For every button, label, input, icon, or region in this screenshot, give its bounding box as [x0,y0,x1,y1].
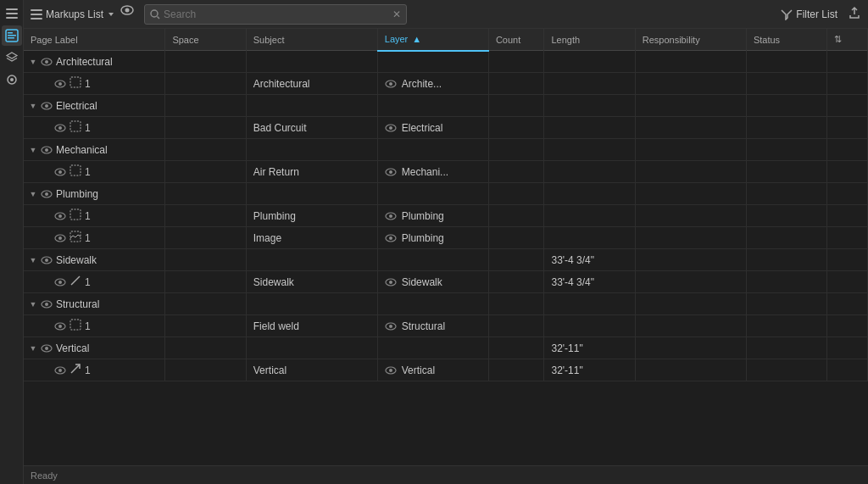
cell-layer: Archite... [377,73,488,95]
svg-point-50 [389,236,392,240]
search-container: ✕ [144,4,407,25]
cell-pagelabel[interactable]: ▼ Sidewalk [24,249,165,271]
cell-count [488,293,544,315]
cell-layer [377,95,488,117]
cell-count [488,359,544,381]
col-header-responsibility[interactable]: Responsibility [635,29,746,51]
markup-icon [70,231,81,245]
cell-pagelabel[interactable]: ▼ Vertical [24,337,165,359]
table-container: Page Label Space Subject Layer ▲ Count L… [24,29,868,465]
expand-btn[interactable]: ▼ [27,298,39,310]
cell-length: 32'-11" [544,359,635,381]
col-header-space[interactable]: Space [165,29,246,51]
expand-btn[interactable]: ▼ [27,342,39,354]
cell-subject: Architectural [246,73,377,95]
cell-count [488,271,544,293]
visibility-icon[interactable] [120,5,139,24]
svg-point-24 [389,82,392,86]
table-row: ▼ Mechanical [24,139,868,161]
svg-line-17 [158,16,160,19]
table-row: ▼ Sidewalk33'-4 3/4" [24,249,868,271]
svg-marker-13 [108,13,114,16]
svg-rect-22 [70,77,81,87]
sidebar-btn-layers[interactable] [2,47,22,68]
row-label: Architectural [56,56,113,68]
cell-status [746,227,826,249]
cell-layer [377,51,488,73]
sidebar-btn-markups[interactable] [2,25,22,46]
expand-btn[interactable]: ▼ [27,100,39,112]
cell-pagelabel[interactable]: ▼ Plumbing [24,183,165,205]
cell-status [746,51,826,73]
cell-responsibility [635,161,746,183]
cell-status [746,293,826,315]
layer-name: Electrical [402,122,443,134]
cell-pagelabel[interactable]: 1 [24,315,165,337]
sidebar-btn-list[interactable] [2,3,22,24]
sidebar-btn-properties[interactable] [2,70,22,90]
cell-responsibility [635,95,746,117]
export-button[interactable] [848,6,861,22]
cell-pagelabel[interactable]: ▼ Mechanical [24,139,165,161]
cell-subject [246,139,377,161]
row-label: Vertical [56,342,89,354]
column-settings-icon: ⇅ [834,34,842,44]
cell-pagelabel[interactable]: 1 [24,227,165,249]
cell-layer: Plumbing [377,205,488,227]
svg-point-66 [45,347,48,350]
col-header-length[interactable]: Length [544,29,635,51]
cell-layer [377,183,488,205]
expand-btn[interactable]: ▼ [27,254,39,266]
col-header-settings[interactable]: ⇅ [827,29,868,51]
cell-responsibility [635,73,746,95]
svg-point-52 [45,259,48,262]
col-header-layer[interactable]: Layer ▲ [377,29,488,51]
filter-list-button[interactable]: Filter List [776,7,843,22]
expand-btn[interactable]: ▼ [27,188,39,200]
cell-pagelabel[interactable]: 1 [24,161,165,183]
cell-responsibility [635,51,746,73]
cell-layer [377,337,488,359]
cell-pagelabel[interactable]: 1 [24,359,165,381]
col-header-status[interactable]: Status [746,29,826,51]
cell-settings [827,227,868,249]
search-clear-button[interactable]: ✕ [392,8,401,20]
cell-settings [827,95,868,117]
cell-space [165,227,246,249]
cell-pagelabel[interactable]: ▼ Electrical [24,95,165,117]
cell-subject [246,249,377,271]
cell-pagelabel[interactable]: 1 [24,117,165,139]
cell-settings [827,337,868,359]
cell-space [165,73,246,95]
cell-pagelabel[interactable]: 1 [24,271,165,293]
layer-name: Plumbing [402,210,444,222]
cell-layer [377,293,488,315]
cell-space [165,183,246,205]
cell-length [544,51,635,73]
toolbar: Markups List ✕ [24,0,868,29]
search-input[interactable] [164,8,389,20]
col-header-count[interactable]: Count [488,29,544,51]
cell-pagelabel[interactable]: ▼ Architectural [24,51,165,73]
cell-settings [827,161,868,183]
svg-point-9 [10,78,14,81]
cell-pagelabel[interactable]: ▼ Structural [24,293,165,315]
layer-name: Archite... [402,78,442,90]
svg-marker-7 [7,53,17,58]
cell-subject [246,183,377,205]
expand-btn[interactable]: ▼ [27,56,39,68]
svg-point-35 [58,170,62,174]
cell-pagelabel[interactable]: 1 [24,73,165,95]
cell-pagelabel[interactable]: 1 [24,205,165,227]
svg-point-33 [45,148,48,152]
svg-rect-29 [70,121,81,131]
expand-btn[interactable]: ▼ [27,144,39,156]
table-row: ▼ Vertical32'-11" [24,337,868,359]
col-header-subject[interactable]: Subject [246,29,377,51]
cell-space [165,293,246,315]
cell-count [488,205,544,227]
svg-rect-12 [31,18,42,19]
svg-point-45 [389,214,392,218]
col-header-pagelabel[interactable]: Page Label [24,29,165,51]
markups-list-title[interactable]: Markups List [31,8,115,20]
